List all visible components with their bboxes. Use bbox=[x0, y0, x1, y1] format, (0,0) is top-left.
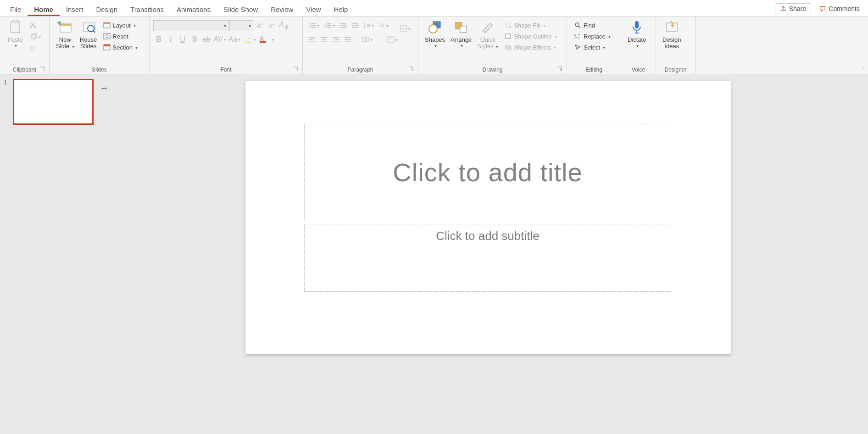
chevron-down-icon: ▾ bbox=[496, 44, 498, 49]
dialog-launcher-icon[interactable] bbox=[40, 67, 45, 72]
tab-transitions[interactable]: Transitions bbox=[124, 3, 170, 16]
tab-review[interactable]: Review bbox=[264, 3, 300, 16]
new-slide-button[interactable]: New Slide ▾ bbox=[53, 18, 77, 51]
clear-formatting-button[interactable]: Aϕ bbox=[278, 20, 289, 31]
increase-indent-button[interactable] bbox=[350, 20, 361, 31]
font-name-combo[interactable]: ▾ bbox=[153, 20, 228, 31]
arrange-button[interactable]: Arrange ▾ bbox=[448, 18, 474, 49]
cut-button[interactable] bbox=[28, 19, 39, 30]
align-left-button[interactable] bbox=[306, 34, 317, 45]
svg-rect-40 bbox=[309, 39, 313, 40]
group-label-voice: Voice bbox=[625, 66, 652, 73]
svg-text:a: a bbox=[574, 33, 576, 37]
chevron-down-icon: ▾ bbox=[134, 23, 136, 28]
find-button[interactable]: Find bbox=[572, 20, 612, 30]
justify-button[interactable] bbox=[342, 34, 353, 45]
design-ideas-button[interactable]: Design Ideas bbox=[660, 18, 684, 51]
comments-button[interactable]: Comments bbox=[815, 3, 864, 14]
shapes-label: Shapes bbox=[425, 37, 445, 43]
numbering-button[interactable]: 123▾ bbox=[322, 20, 337, 31]
tab-insert[interactable]: Insert bbox=[60, 3, 90, 16]
collapse-ribbon-button[interactable]: ˄ bbox=[860, 67, 868, 74]
slide-thumbnail-1[interactable] bbox=[13, 79, 94, 125]
find-label: Find bbox=[584, 22, 595, 29]
align-center-button[interactable] bbox=[318, 34, 329, 45]
slide-canvas-area[interactable]: Click to add title Click to add subtitle bbox=[108, 74, 868, 434]
reuse-slides-label-2: Slides bbox=[80, 43, 96, 50]
slide-canvas[interactable]: Click to add title Click to add subtitle bbox=[245, 81, 731, 354]
text-direction-button[interactable]: ↓A▾ bbox=[376, 20, 390, 31]
paste-button[interactable]: Paste ▾ bbox=[4, 18, 27, 49]
share-icon bbox=[780, 6, 786, 12]
decrease-font-button[interactable]: A▾ bbox=[266, 20, 277, 31]
dialog-launcher-icon[interactable] bbox=[293, 67, 299, 72]
group-voice: Dictate ▾ Voice bbox=[621, 17, 656, 74]
section-button[interactable]: Section ▾ bbox=[101, 42, 139, 52]
title-placeholder[interactable]: Click to add title bbox=[304, 124, 671, 220]
replace-button[interactable]: ab Replace ▾ bbox=[572, 31, 612, 41]
shape-fill-button[interactable]: Shape Fill ▾ bbox=[502, 20, 558, 30]
svg-point-64 bbox=[575, 23, 579, 27]
shape-outline-button[interactable]: Shape Outline ▾ bbox=[502, 31, 558, 41]
tab-design[interactable]: Design bbox=[89, 3, 124, 16]
shapes-button[interactable]: Shapes ▾ bbox=[422, 18, 448, 49]
svg-rect-14 bbox=[104, 45, 110, 46]
reset-button[interactable]: Reset bbox=[101, 31, 139, 41]
svg-rect-0 bbox=[11, 22, 20, 33]
tab-slideshow[interactable]: Slide Show bbox=[217, 3, 264, 16]
svg-rect-15 bbox=[245, 42, 252, 43]
tab-file[interactable]: File bbox=[4, 3, 28, 16]
font-color-button[interactable]: A ▾ bbox=[259, 34, 274, 45]
columns-button[interactable]: ▾ bbox=[360, 34, 374, 45]
change-case-button[interactable]: Aa▾ bbox=[228, 34, 241, 45]
underline-button[interactable]: U bbox=[177, 34, 188, 45]
group-slides: New Slide ▾ Reuse Slides Layout ▾ Reset bbox=[50, 17, 150, 74]
increase-font-button[interactable]: A▴ bbox=[254, 20, 265, 31]
format-painter-button[interactable] bbox=[28, 43, 39, 54]
bold-button[interactable]: B bbox=[153, 34, 164, 45]
decrease-indent-button[interactable] bbox=[338, 20, 349, 31]
share-button[interactable]: Share bbox=[775, 3, 811, 14]
quick-styles-button[interactable]: Quick Styles ▾ bbox=[474, 18, 501, 51]
char-spacing-button[interactable]: AV▾ bbox=[213, 34, 227, 45]
svg-rect-37 bbox=[367, 27, 370, 27]
font-size-combo[interactable]: ▾ bbox=[229, 20, 253, 31]
select-button[interactable]: Select ▾ bbox=[572, 42, 612, 52]
line-spacing-button[interactable]: ▾ bbox=[362, 20, 375, 31]
shadow-button[interactable]: S bbox=[189, 34, 200, 45]
group-editing: Find ab Replace ▾ Select ▾ Editing bbox=[567, 17, 621, 74]
strikethrough-button[interactable]: ab bbox=[201, 34, 212, 45]
smartart-button[interactable]: ▾ bbox=[398, 23, 412, 34]
design-ideas-icon bbox=[664, 19, 679, 35]
tab-home[interactable]: Home bbox=[28, 3, 60, 16]
dialog-launcher-icon[interactable] bbox=[557, 67, 563, 72]
arrange-label: Arrange bbox=[451, 37, 472, 43]
tab-help[interactable]: Help bbox=[328, 3, 355, 16]
highlight-color-button[interactable]: ▾ bbox=[242, 34, 258, 45]
group-clipboard: Paste ▾ ▾ Clipboard bbox=[0, 17, 50, 74]
tab-view[interactable]: View bbox=[300, 3, 327, 16]
align-text-button[interactable]: ▾ bbox=[385, 34, 399, 45]
copy-button[interactable]: ▾ bbox=[28, 31, 43, 42]
share-label: Share bbox=[789, 5, 806, 12]
group-label-editing: Editing bbox=[571, 66, 617, 73]
new-slide-label-1: New bbox=[59, 37, 71, 43]
svg-rect-12 bbox=[104, 33, 110, 39]
dialog-launcher-icon[interactable] bbox=[409, 67, 414, 72]
svg-rect-1 bbox=[13, 20, 17, 23]
svg-rect-63 bbox=[506, 46, 511, 50]
reuse-slides-button[interactable]: Reuse Slides bbox=[77, 18, 100, 51]
slide-thumbnails-pane[interactable]: 1 bbox=[0, 74, 108, 434]
italic-button[interactable]: I bbox=[165, 34, 176, 45]
shape-effects-button[interactable]: Shape Effects ▾ bbox=[502, 42, 558, 52]
chevron-down-icon: ▾ bbox=[39, 34, 41, 39]
tab-animations[interactable]: Animations bbox=[170, 3, 217, 16]
svg-rect-7 bbox=[60, 24, 71, 26]
align-right-button[interactable] bbox=[330, 34, 341, 45]
quick-styles-icon bbox=[480, 19, 495, 35]
bullets-button[interactable]: ▾ bbox=[306, 20, 321, 31]
group-font: ▾ ▾ A▴ A▾ Aϕ B I U S ab AV▾ Aa▾ ▾ A ▾ bbox=[150, 17, 303, 74]
layout-button[interactable]: Layout ▾ bbox=[101, 20, 139, 30]
subtitle-placeholder[interactable]: Click to add subtitle bbox=[304, 224, 671, 292]
dictate-button[interactable]: Dictate ▾ bbox=[625, 18, 649, 49]
